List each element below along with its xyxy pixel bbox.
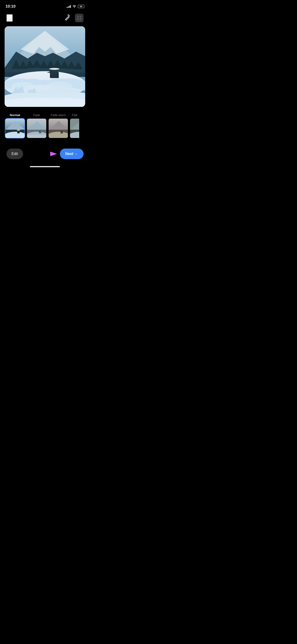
edit-button[interactable]: Edit: [6, 148, 23, 159]
filter-item-fade[interactable]: Fade: [26, 113, 47, 138]
filter-label-fade-warm: Fade warm: [51, 113, 66, 117]
svg-rect-4: [80, 16, 81, 18]
svg-rect-5: [77, 18, 79, 20]
gallery-icon[interactable]: [75, 14, 83, 22]
main-image-container: [0, 26, 90, 107]
svg-rect-58: [48, 118, 68, 138]
svg-point-39: [5, 132, 25, 138]
filter-thumb-fade-warm: [48, 118, 68, 138]
filter-item-fade-warm[interactable]: Fade warm: [48, 113, 68, 138]
svg-point-1: [70, 16, 70, 16]
status-icons: 89: [67, 4, 84, 8]
next-button[interactable]: Next →: [60, 148, 84, 159]
filter-item-normal[interactable]: Normal: [4, 113, 25, 138]
filter-row: Normal: [4, 113, 90, 138]
svg-rect-50: [27, 118, 47, 138]
toolbar: ✕: [0, 12, 90, 24]
signal-icon: [67, 5, 71, 8]
home-indicator: [30, 166, 60, 167]
arrow-container: [23, 149, 60, 158]
main-image: [4, 26, 85, 107]
svg-point-0: [68, 15, 69, 16]
filter-item-fad[interactable]: Fad: [70, 113, 80, 138]
filter-thumb-normal: [5, 118, 25, 138]
filter-label-fad: Fad: [72, 113, 77, 117]
toolbar-right: [64, 14, 83, 22]
magic-wand-icon[interactable]: [64, 14, 71, 22]
filter-label-fade: Fade: [33, 113, 40, 117]
filter-section: Normal: [0, 113, 90, 138]
filter-thumb-fad: [70, 118, 80, 138]
svg-rect-6: [80, 18, 81, 20]
wifi-icon: [72, 4, 76, 8]
filter-label-normal: Normal: [10, 113, 20, 117]
svg-rect-64: [70, 118, 80, 138]
filter-thumb-fade: [26, 118, 47, 138]
svg-point-42: [17, 130, 20, 130]
bottom-bar: Edit Next →: [0, 144, 90, 164]
arrow-pointer: [23, 149, 60, 158]
status-time: 10:10: [6, 4, 16, 9]
svg-rect-3: [77, 16, 79, 18]
svg-rect-40: [17, 132, 20, 133]
close-button[interactable]: ✕: [6, 14, 13, 22]
svg-rect-35: [4, 26, 85, 107]
svg-marker-66: [50, 152, 57, 156]
status-bar: 10:10 89: [0, 0, 90, 12]
battery-icon: 89: [78, 5, 84, 8]
